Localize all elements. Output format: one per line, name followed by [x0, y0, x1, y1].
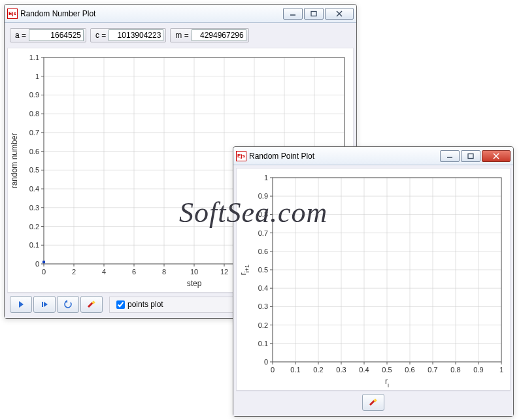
minimize-button[interactable]	[283, 8, 303, 20]
svg-text:0.1: 0.1	[290, 366, 300, 374]
close-button[interactable]	[325, 8, 354, 20]
svg-text:step: step	[187, 279, 202, 288]
svg-text:4: 4	[102, 268, 106, 276]
param-m-label: m =	[173, 31, 191, 40]
svg-text:0.3: 0.3	[336, 366, 346, 374]
points-plot-checkbox[interactable]	[116, 300, 125, 309]
svg-text:1: 1	[264, 174, 268, 182]
app-icon: Ejs	[236, 151, 246, 161]
param-c-label: c =	[93, 31, 109, 40]
svg-text:0.1: 0.1	[258, 340, 268, 347]
chart-random-point: 00.10.20.30.40.50.60.70.80.9100.10.20.30…	[236, 168, 511, 391]
svg-text:0.4: 0.4	[359, 366, 369, 374]
param-m-input[interactable]	[192, 29, 246, 41]
svg-text:ri+1: ri+1	[239, 265, 250, 275]
window-title: Random Number Plot	[20, 9, 95, 18]
svg-text:1: 1	[499, 366, 503, 374]
svg-rect-1	[311, 11, 316, 16]
svg-text:0.9: 0.9	[258, 192, 268, 200]
svg-rect-78	[42, 302, 43, 307]
svg-text:0: 0	[35, 260, 39, 268]
param-a-label: a =	[12, 31, 29, 40]
tool-button[interactable]	[362, 394, 384, 411]
points-plot-label: points plot	[127, 300, 163, 309]
svg-text:0: 0	[264, 358, 268, 366]
svg-text:0.8: 0.8	[29, 110, 39, 118]
titlebar[interactable]: Ejs Random Point Plot	[233, 147, 513, 165]
svg-text:ri: ri	[385, 377, 389, 388]
svg-text:1: 1	[35, 73, 39, 80]
svg-text:0.7: 0.7	[29, 129, 39, 137]
svg-text:8: 8	[162, 268, 166, 276]
svg-text:0.8: 0.8	[258, 210, 268, 218]
svg-text:0.5: 0.5	[382, 366, 392, 374]
play-button[interactable]	[10, 296, 32, 313]
svg-text:10: 10	[190, 268, 198, 276]
svg-text:0.9: 0.9	[29, 91, 39, 99]
svg-text:0.3: 0.3	[258, 302, 268, 310]
window-random-point-plot: Ejs Random Point Plot 00.10.20.30.40.50.…	[233, 146, 514, 417]
svg-text:0.4: 0.4	[258, 284, 268, 292]
svg-text:0: 0	[42, 268, 46, 276]
svg-marker-77	[19, 301, 24, 308]
svg-text:0.5: 0.5	[258, 266, 268, 274]
svg-rect-84	[468, 153, 473, 158]
svg-text:0.7: 0.7	[428, 366, 437, 374]
toolbar	[236, 391, 511, 413]
svg-line-156	[370, 400, 375, 405]
svg-text:0.9: 0.9	[473, 366, 483, 374]
svg-text:6: 6	[132, 268, 136, 276]
param-row: a = c = m =	[7, 25, 354, 45]
reset-button[interactable]	[57, 296, 79, 313]
svg-text:0.5: 0.5	[29, 166, 39, 174]
svg-text:0.6: 0.6	[405, 366, 414, 374]
svg-text:2: 2	[72, 268, 76, 276]
param-a: a =	[10, 28, 86, 42]
svg-text:0.6: 0.6	[29, 148, 39, 155]
window-title: Random Point Plot	[249, 152, 314, 161]
svg-text:1.1: 1.1	[29, 54, 39, 61]
svg-text:0.2: 0.2	[313, 366, 323, 374]
svg-line-81	[88, 302, 93, 307]
param-c: c =	[90, 28, 166, 42]
minimize-button[interactable]	[440, 150, 460, 162]
param-m: m =	[170, 28, 248, 42]
close-button[interactable]	[482, 150, 511, 162]
svg-text:0: 0	[271, 366, 275, 374]
svg-text:0.2: 0.2	[29, 223, 39, 231]
maximize-button[interactable]	[304, 8, 324, 20]
svg-rect-76	[42, 261, 45, 263]
svg-text:0.7: 0.7	[258, 229, 268, 237]
svg-text:0.6: 0.6	[258, 248, 268, 255]
param-a-input[interactable]	[29, 29, 84, 41]
step-button[interactable]	[33, 296, 56, 313]
svg-text:12: 12	[220, 268, 228, 276]
svg-text:0.1: 0.1	[29, 241, 39, 249]
maximize-button[interactable]	[461, 150, 480, 162]
titlebar[interactable]: Ejs Random Number Plot	[5, 5, 356, 23]
app-icon: Ejs	[7, 8, 18, 19]
svg-text:0.2: 0.2	[258, 321, 268, 329]
svg-text:0.4: 0.4	[29, 185, 39, 193]
svg-text:0.3: 0.3	[29, 204, 39, 212]
param-c-input[interactable]	[109, 29, 163, 41]
svg-text:0.8: 0.8	[450, 366, 460, 374]
svg-text:random number: random number	[10, 133, 19, 189]
svg-marker-79	[44, 302, 48, 307]
tool-button[interactable]	[80, 296, 103, 313]
